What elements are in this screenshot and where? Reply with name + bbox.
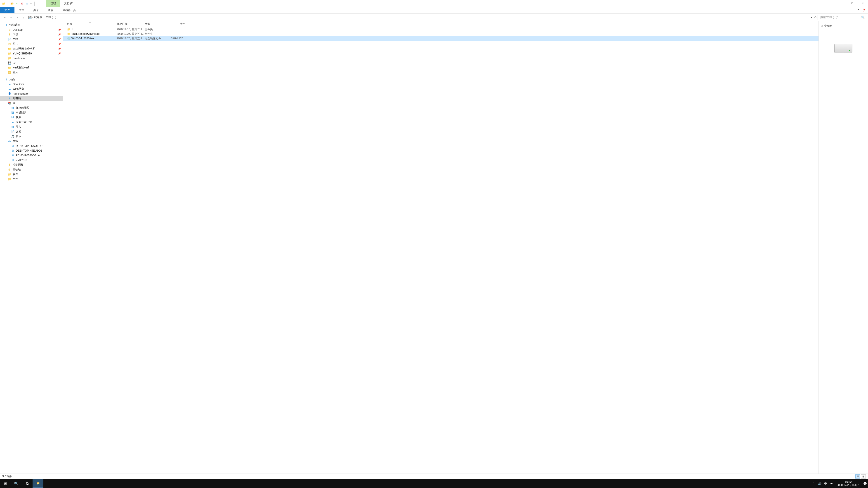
help-icon[interactable]: ❓ <box>862 8 866 12</box>
tree-label: 保存的图片 <box>16 106 29 110</box>
tab-drive-tools[interactable]: 驱动器工具 <box>58 7 81 13</box>
nav-back-button[interactable]: ← <box>2 15 7 20</box>
nav-up-button[interactable]: ↑ <box>21 15 26 20</box>
tree-item[interactable]: 💾G:\ <box>0 61 63 65</box>
main-content: ★ 快速访问 🖥Desktop📌⬇下载📌📄文档📌🖼图片📌📁excel表格制作求和… <box>0 21 868 474</box>
table-row[interactable]: 📁12020/12/15, 星期二 1...文件夹 <box>63 27 818 32</box>
tab-view[interactable]: 查看 <box>43 7 58 13</box>
tree-item[interactable]: 🖥Desktop📌 <box>0 27 63 32</box>
file-list[interactable]: ▴ 名称 修改日期 类型 大小 📁12020/12/15, 星期二 1...文件… <box>63 21 819 474</box>
action-center-icon[interactable]: 💬 <box>862 479 868 488</box>
taskbar-clock[interactable]: 16:32 2020/12/25, 星期五 <box>834 480 862 487</box>
tree-item[interactable]: 🖥ZMT2019 <box>0 158 63 162</box>
volume-icon[interactable]: 🔊 <box>817 479 823 488</box>
refresh-icon[interactable]: ⟳ <box>814 16 817 19</box>
tree-label: Bandicam <box>13 57 25 60</box>
tab-home[interactable]: 主页 <box>14 7 29 13</box>
tree-network[interactable]: 🖧 网络 <box>0 139 63 143</box>
minimize-button[interactable]: — <box>837 0 847 7</box>
column-header-size[interactable]: 大小 <box>167 22 185 26</box>
tab-share[interactable]: 共享 <box>29 7 43 13</box>
tree-item[interactable]: 🖼保存的图片 <box>0 105 63 110</box>
pin-icon: 📌 <box>58 29 61 31</box>
breadcrumb[interactable]: 此电脑 <box>33 15 43 19</box>
tree-item[interactable]: 📁Bandicam <box>0 56 63 61</box>
navigation-tree[interactable]: ★ 快速访问 🖥Desktop📌⬇下载📌📄文档📌🖼图片📌📁excel表格制作求和… <box>0 21 63 474</box>
file-type: 文件夹 <box>145 32 167 36</box>
address-box[interactable]: 💾 › 此电脑 › 文档 (E:) › ▾ ⟳ <box>27 15 818 20</box>
tree-item[interactable]: 🖼本机照片 <box>0 110 63 115</box>
ribbon-collapse-icon[interactable]: ⌃ <box>857 8 860 12</box>
tree-item[interactable]: 📁YUNQISHI2019📌 <box>0 51 63 56</box>
tree-label: 软件 <box>13 172 18 176</box>
desktop-icon: 🖥 <box>4 78 8 81</box>
tree-item[interactable]: 📚库 <box>0 101 63 105</box>
table-row[interactable]: 📁BaiduNetdiskDownload2020/12/25, 星期五 1..… <box>63 32 818 36</box>
task-view-button[interactable]: ⧉ <box>22 479 33 488</box>
tree-label: excel表格制作求和 <box>13 47 35 51</box>
qat-open-icon[interactable]: 📂 <box>10 2 14 5</box>
search-input[interactable]: 搜索"文档 (E:)" 🔍 <box>819 15 866 20</box>
tree-item[interactable]: 🖥PC-20190530OBLA <box>0 153 63 158</box>
tree-item[interactable]: 👤Administrator <box>0 91 63 96</box>
breadcrumb[interactable]: 文档 (E:) <box>45 15 57 19</box>
qat-dropdown-icon[interactable]: ▾ <box>30 2 32 5</box>
tree-item[interactable]: 📄文档 <box>0 129 63 134</box>
tree-quick-access[interactable]: ★ 快速访问 <box>0 23 63 27</box>
tree-item[interactable]: 🎛控制面板 <box>0 162 63 167</box>
tray-app-icon[interactable]: ✉ <box>829 479 834 488</box>
tree-item[interactable]: ☁WPS网盘 <box>0 87 63 91</box>
tree-item[interactable]: 📁win7重装win7 <box>0 65 63 70</box>
chevron-right-icon[interactable]: › <box>58 16 58 19</box>
chevron-right-icon[interactable]: › <box>32 16 33 19</box>
clock-time: 16:32 <box>837 480 860 484</box>
view-details-button[interactable]: ☰ <box>855 475 860 479</box>
tree-item[interactable]: 🖥此电脑 <box>0 96 63 101</box>
column-header-date[interactable]: 修改日期 <box>117 22 145 26</box>
tree-desktop[interactable]: 🖥 桌面 <box>0 77 63 82</box>
tree-item[interactable]: 🖥DESKTOP-LSSOEDP <box>0 143 63 148</box>
nav-recent-dropdown[interactable]: ▾ <box>14 15 20 20</box>
tree-item[interactable]: 🎵音乐 <box>0 134 63 139</box>
item-icon: 🎛 <box>8 163 11 167</box>
column-header-name[interactable]: 名称 <box>67 22 117 26</box>
qat-check-icon[interactable]: ✔ <box>15 2 19 5</box>
tree-label: 图片 <box>13 42 18 46</box>
start-button[interactable]: ⊞ <box>0 479 11 488</box>
chevron-right-icon[interactable]: › <box>43 16 44 19</box>
tree-item[interactable]: 🖼图片📌 <box>0 41 63 46</box>
tree-item[interactable]: 🖼图片 <box>0 125 63 129</box>
table-row[interactable]: 💿Win7x64_2020.iso2020/12/25, 星期五 1...光盘映… <box>63 36 818 41</box>
tree-item[interactable]: ⬇下载📌 <box>0 32 63 37</box>
column-header-type[interactable]: 类型 <box>145 22 167 26</box>
tree-item[interactable]: 🗑回收站 <box>0 167 63 172</box>
tree-item[interactable]: 🖼图片 <box>0 70 63 75</box>
search-icon[interactable]: 🔍 <box>861 16 865 19</box>
tree-item[interactable]: 📁excel表格制作求和📌 <box>0 46 63 51</box>
tree-item[interactable]: 📁软件 <box>0 172 63 177</box>
tree-item[interactable]: 🎞视频 <box>0 115 63 120</box>
tree-label: 文档 <box>13 37 18 41</box>
qat-config-icon[interactable]: ⚙ <box>25 2 29 5</box>
view-thumbnails-button[interactable]: ▦ <box>861 475 866 479</box>
maximize-button[interactable]: ☐ <box>847 0 858 7</box>
tree-item[interactable]: 🖥DESKTOP-NJEU3CG <box>0 148 63 153</box>
tree-item[interactable]: 📁文件 <box>0 177 63 182</box>
ime-indicator[interactable]: 中 <box>823 479 829 488</box>
address-dropdown-icon[interactable]: ▾ <box>811 16 812 19</box>
tree-item[interactable]: 📄文档📌 <box>0 37 63 41</box>
taskbar-explorer-button[interactable]: 📁 <box>33 479 43 488</box>
tab-file[interactable]: 文件 <box>0 7 14 13</box>
context-tab-manage[interactable]: 管理 <box>46 0 60 7</box>
tree-item[interactable]: ☁天翼云盘下载 <box>0 120 63 125</box>
tray-overflow-icon[interactable]: ⌃ <box>811 479 817 488</box>
drive-preview-icon <box>834 44 852 53</box>
tree-label: 本机照片 <box>16 111 27 115</box>
close-button[interactable]: ✕ <box>858 0 868 7</box>
file-pane: ▴ 名称 修改日期 类型 大小 📁12020/12/15, 星期二 1...文件… <box>63 21 868 474</box>
tree-item[interactable]: ☁OneDrive <box>0 82 63 87</box>
search-placeholder: 搜索"文档 (E:)" <box>820 15 838 19</box>
qat-delete-icon[interactable]: ✖ <box>20 2 24 5</box>
nav-forward-button[interactable]: → <box>8 15 13 20</box>
taskbar-search-button[interactable]: 🔍 <box>11 479 22 488</box>
